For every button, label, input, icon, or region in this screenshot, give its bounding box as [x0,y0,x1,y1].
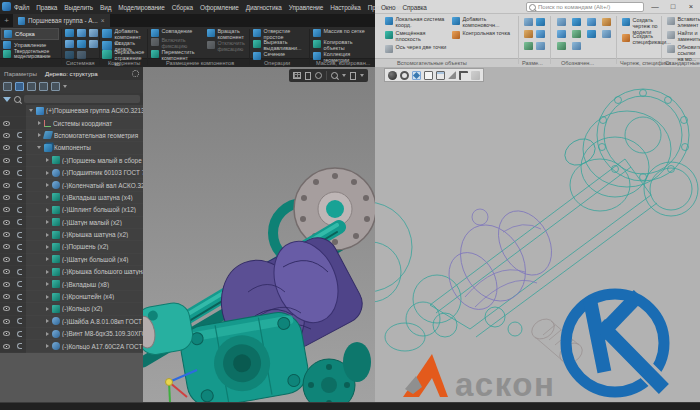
enable-fix-button[interactable]: Включить фиксацию [151,38,203,50]
placement-icon-3[interactable] [524,30,533,38]
chevron-down-icon[interactable] [360,74,364,77]
offset-plane-button[interactable]: Смещённая плоскость [385,31,447,43]
eye-visibility-icon[interactable] [3,257,10,262]
menu-modeling[interactable]: Моделирование [118,4,165,11]
mode-tab-assembly[interactable]: Сборка [1,28,59,40]
disable-fix-button[interactable]: Отключить фиксацию [207,41,247,53]
tree-row[interactable]: (-)Вкладыш шатуна (x4) [0,192,143,204]
eye-visibility-icon[interactable] [3,282,10,287]
tree-row[interactable]: (-)Шайба А.8.01.08кп ГОСТ 11371 [0,316,143,328]
clipboard-icon[interactable] [424,71,433,80]
tree-row[interactable]: (-)Винт М8-6gх35.109.30ХГСА ГОС [0,328,143,340]
grid-array-button[interactable]: Массив по сетке [313,29,371,37]
open-icon[interactable] [65,29,74,37]
tree-row[interactable]: (-)Крышка большого шатуна (x4) [0,266,143,278]
tree-row[interactable]: Компоненты [0,142,143,154]
undo-icon[interactable] [65,40,74,48]
eye-visibility-icon[interactable] [3,158,10,163]
expand-arrow-icon[interactable] [46,208,49,212]
tree-row[interactable]: (-)Вкладыш (x8) [0,278,143,290]
eye-visibility-icon[interactable] [3,319,10,324]
eye-visibility-icon[interactable] [3,183,10,188]
notation-icon-1[interactable] [557,18,566,26]
command-search-input[interactable]: Поиск по командам (Alt+/) [526,2,644,12]
sheet-icon[interactable] [305,72,311,80]
orientation-icon[interactable] [315,72,322,79]
expand-arrow-icon[interactable] [46,319,49,323]
menu-assembly[interactable]: Сборка [172,4,193,11]
notation-icon-3[interactable] [587,18,596,26]
filter-icon[interactable] [3,97,11,102]
section-button[interactable]: Сечение [253,52,305,60]
new-tab-button[interactable]: + [0,16,13,25]
minimize-button[interactable]: — [648,0,662,13]
tree-row[interactable]: (-)Коленчатый вал АСКО.321321... [0,179,143,191]
viewport-wireframe[interactable]: аскон [375,67,700,402]
tab-parameters[interactable]: Параметры [4,70,37,77]
chevron-down-icon[interactable] [63,85,67,88]
notation-icon-4[interactable] [602,18,611,26]
eye-visibility-icon[interactable] [3,331,10,336]
eye-visibility-icon[interactable] [3,244,10,249]
coincidence-button[interactable]: Совпадение [151,29,203,37]
local-cs-button[interactable]: Локальная система коорд. [385,17,447,29]
rotate-component-button[interactable]: Вращать компонент [207,29,247,41]
notation-icon-10[interactable] [572,42,581,50]
expand-arrow-icon[interactable] [38,121,41,125]
expand-arrow-icon[interactable] [46,307,49,311]
menu-window[interactable]: Окно [381,4,395,11]
list-settings-icon[interactable] [51,82,60,91]
cut-extrude-button[interactable]: Вырезать выдавливани... [253,40,305,52]
shaded-view-icon[interactable] [388,71,397,80]
save-icon[interactable] [77,29,86,37]
notation-icon-8[interactable] [602,30,611,38]
relations-icon[interactable] [27,82,36,91]
tree-row[interactable]: (+)Поршневая группа АСКО.321321.2 [0,105,143,117]
create-spec-button[interactable]: Создать спецификаци... [622,34,666,46]
eye-visibility-icon[interactable] [3,170,10,175]
menu-management[interactable]: Управление [289,4,324,11]
add-layout-geometry-button[interactable]: Добавить компоновочн... [452,17,512,29]
tree-row[interactable]: (-)Кронштейн (x4) [0,291,143,303]
insert-element-button[interactable]: Вставить элемент [667,17,699,29]
notation-icon-6[interactable] [572,30,581,38]
tree-row[interactable]: (-)Поршень малый в сборе (x2) [0,155,143,167]
eye-visibility-icon[interactable] [3,306,10,311]
wheel-icon[interactable] [400,71,409,80]
tree-search-input[interactable] [24,95,140,103]
expand-arrow-icon[interactable] [37,146,41,149]
expand-arrow-icon[interactable] [46,282,49,286]
eye-visibility-icon[interactable] [3,195,10,200]
placement-icon-5[interactable] [524,42,533,50]
find-replace-button[interactable]: Найти и заменить [667,31,699,43]
menu-view[interactable]: Вид [100,4,111,11]
expand-arrow-icon[interactable] [46,344,49,348]
expand-arrow-icon[interactable] [46,158,49,162]
eye-visibility-icon[interactable] [3,220,10,225]
tree-row[interactable]: (-)Шатун малый (x2) [0,217,143,229]
gear-icon[interactable] [132,70,139,77]
document-tab[interactable]: Поршневая группа - А... × [13,14,110,27]
properties-icon[interactable] [77,51,86,59]
eye-visibility-icon[interactable] [3,294,10,299]
expand-arrow-icon[interactable] [46,195,49,199]
expand-arrow-icon[interactable] [46,245,49,249]
eye-visibility-icon[interactable] [3,344,10,349]
pencil-icon[interactable] [471,71,480,80]
eye-visibility-icon[interactable] [3,232,10,237]
menu-layout[interactable]: Оформление [200,4,239,11]
placement-icon-2[interactable] [536,18,545,26]
expand-arrow-icon[interactable] [38,133,41,137]
tree-view-icon[interactable] [3,82,12,91]
clipboard-plus-icon[interactable] [436,71,445,80]
structure-view-icon[interactable] [15,82,24,91]
wireframe-view-icon[interactable] [412,71,421,80]
layers-icon[interactable] [39,82,48,91]
zoom-icon[interactable] [331,72,338,79]
menu-settings[interactable]: Настройка [330,4,361,11]
placement-icon-1[interactable] [524,18,533,26]
tree-row[interactable]: (-)Крышка шатуна (x2) [0,229,143,241]
eye-visibility-icon[interactable] [3,133,10,138]
expand-arrow-icon[interactable] [46,171,49,175]
redo-icon[interactable] [77,40,86,48]
